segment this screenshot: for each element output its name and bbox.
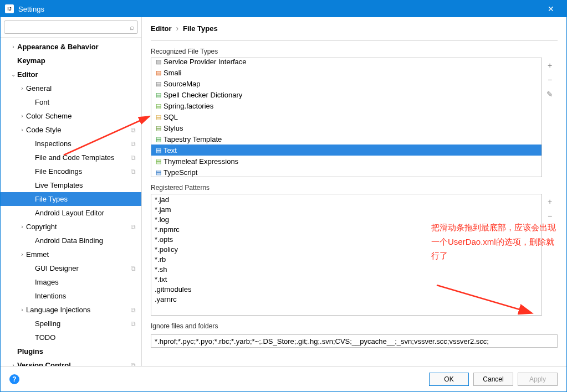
sidebar-item-keymap[interactable]: Keymap bbox=[1, 54, 141, 68]
tree-label: File Encodings bbox=[35, 167, 131, 176]
patterns-buttons: + − bbox=[542, 194, 558, 316]
chevron-icon: › bbox=[18, 251, 26, 257]
sidebar-item-todo[interactable]: TODO bbox=[1, 331, 141, 344]
help-button[interactable]: ? bbox=[9, 374, 19, 384]
ok-button[interactable]: OK bbox=[429, 373, 469, 386]
pattern-row[interactable]: *.opts bbox=[151, 234, 542, 244]
add-filetype-button[interactable]: + bbox=[544, 60, 555, 71]
sidebar-item-gui-designer[interactable]: GUI Designer⧉ bbox=[1, 261, 141, 275]
sidebar-item-font[interactable]: Font bbox=[1, 95, 141, 109]
sidebar-item-android-data-binding[interactable]: Android Data Binding bbox=[1, 234, 141, 247]
filetype-icon: ▤ bbox=[154, 102, 164, 110]
apply-button[interactable]: Apply bbox=[518, 373, 558, 386]
pattern-row[interactable]: *.rb bbox=[151, 254, 542, 264]
sidebar-item-color-scheme[interactable]: ›Color Scheme bbox=[1, 109, 141, 123]
tree-label: Language Injections bbox=[26, 306, 131, 314]
add-pattern-button[interactable]: + bbox=[544, 196, 555, 207]
tree-label: Font bbox=[35, 98, 141, 106]
recognized-label: Recognized File Types bbox=[151, 48, 558, 55]
tree-label: File and Code Templates bbox=[35, 153, 131, 162]
sidebar-item-file-encodings[interactable]: File Encodings⧉ bbox=[1, 164, 141, 178]
filetype-name: SourceMap bbox=[164, 80, 200, 88]
sidebar-item-file-types[interactable]: File Types bbox=[1, 192, 141, 206]
filetype-name: Spell Checker Dictionary bbox=[164, 91, 242, 99]
filetype-name: TypeScript bbox=[164, 168, 197, 177]
breadcrumb-sep-icon: › bbox=[176, 24, 178, 33]
chevron-icon: › bbox=[18, 113, 26, 119]
chevron-icon: › bbox=[18, 224, 26, 230]
tree-label: Android Layout Editor bbox=[35, 209, 141, 217]
scheme-icon: ⧉ bbox=[131, 362, 136, 367]
sidebar-item-version-control[interactable]: ›Version Control⧉ bbox=[1, 358, 141, 366]
filetype-icon: ▤ bbox=[154, 114, 164, 121]
pattern-row[interactable]: *.txt bbox=[151, 274, 542, 284]
filetype-row-sql[interactable]: ▤SQL bbox=[151, 111, 542, 122]
ignore-input[interactable] bbox=[151, 334, 558, 348]
scheme-icon: ⧉ bbox=[131, 320, 136, 328]
tree-label: Copyright bbox=[26, 223, 131, 231]
pattern-row[interactable]: *.sh bbox=[151, 264, 542, 274]
chevron-icon: › bbox=[18, 85, 26, 91]
scheme-icon: ⧉ bbox=[131, 126, 136, 134]
tree-label: Plugins bbox=[17, 347, 141, 355]
filetype-row-thymeleaf-expressions[interactable]: ▤Thymeleaf Expressions bbox=[151, 156, 542, 167]
search-input[interactable] bbox=[7, 21, 126, 33]
sidebar-item-file-and-code-templates[interactable]: File and Code Templates⧉ bbox=[1, 151, 141, 164]
sidebar-item-general[interactable]: ›General bbox=[1, 81, 141, 95]
sidebar-item-emmet[interactable]: ›Emmet bbox=[1, 247, 141, 261]
close-button[interactable]: ✕ bbox=[540, 1, 562, 17]
pattern-row[interactable]: *.policy bbox=[151, 244, 542, 254]
filetype-row-spell-checker-dictionary[interactable]: ▤Spell Checker Dictionary bbox=[151, 89, 542, 100]
chevron-icon: › bbox=[9, 44, 17, 50]
pattern-row[interactable]: *.jad bbox=[151, 194, 542, 204]
sidebar-item-intentions[interactable]: Intentions bbox=[1, 289, 141, 303]
filetype-row-sourcemap[interactable]: ▤SourceMap bbox=[151, 78, 542, 89]
filetype-row-spring-factories[interactable]: ▤Spring.factories bbox=[151, 100, 542, 111]
sidebar-item-inspections[interactable]: Inspections⧉ bbox=[1, 137, 141, 151]
sidebar-item-language-injections[interactable]: ›Language Injections⧉ bbox=[1, 303, 141, 317]
tree-label: Spelling bbox=[35, 319, 131, 328]
recognized-list[interactable]: ▤Service Provider Interface▤Smali▤Source… bbox=[151, 58, 542, 177]
remove-filetype-button[interactable]: − bbox=[544, 74, 555, 85]
sidebar-item-live-templates[interactable]: Live Templates bbox=[1, 178, 141, 192]
sidebar-item-code-style[interactable]: ›Code Style⧉ bbox=[1, 123, 141, 137]
window-title: Settings bbox=[18, 5, 540, 13]
tree-label: File Types bbox=[35, 195, 141, 203]
filetype-icon: ▤ bbox=[154, 169, 164, 176]
filetype-row-service-provider-interface[interactable]: ▤Service Provider Interface bbox=[151, 58, 542, 67]
filetype-name: Tapestry Template bbox=[164, 135, 222, 143]
settings-window: IJ Settings ✕ ›Appearance & BehaviorKeym… bbox=[0, 0, 567, 392]
filetype-icon: ▤ bbox=[154, 147, 164, 154]
filetype-row-stylus[interactable]: ▤Stylus bbox=[151, 122, 542, 133]
scheme-icon: ⧉ bbox=[131, 154, 136, 162]
pattern-row[interactable]: .gitmodules bbox=[151, 284, 542, 294]
sidebar-item-plugins[interactable]: Plugins bbox=[1, 344, 141, 358]
tree-label: Version Control bbox=[17, 361, 131, 366]
sidebar-item-android-layout-editor[interactable]: Android Layout Editor bbox=[1, 206, 141, 220]
sidebar-item-appearance-behavior[interactable]: ›Appearance & Behavior bbox=[1, 40, 141, 54]
filetype-name: Spring.factories bbox=[164, 102, 213, 110]
remove-pattern-button[interactable]: − bbox=[544, 210, 555, 221]
pattern-row[interactable]: .yarnrc bbox=[151, 294, 542, 304]
cancel-button[interactable]: Cancel bbox=[473, 373, 513, 386]
pattern-row[interactable]: *.jam bbox=[151, 204, 542, 214]
pattern-row[interactable]: *.npmrc bbox=[151, 224, 542, 234]
footer: ? OK Cancel Apply bbox=[1, 366, 566, 391]
sidebar-item-copyright[interactable]: ›Copyright⧉ bbox=[1, 220, 141, 234]
pattern-row[interactable]: *.log bbox=[151, 214, 542, 224]
sidebar-item-editor[interactable]: ⌄Editor bbox=[1, 68, 141, 81]
titlebar: IJ Settings ✕ bbox=[1, 1, 566, 17]
chevron-icon: ⌄ bbox=[9, 71, 17, 78]
tree-label: GUI Designer bbox=[35, 264, 131, 272]
sidebar-item-spelling[interactable]: Spelling⧉ bbox=[1, 317, 141, 331]
filetype-row-tapestry-template[interactable]: ▤Tapestry Template bbox=[151, 133, 542, 145]
tree-label: General bbox=[26, 84, 141, 92]
edit-filetype-button[interactable]: ✎ bbox=[544, 89, 555, 100]
settings-tree[interactable]: ›Appearance & BehaviorKeymap⌄Editor›Gene… bbox=[1, 38, 141, 366]
filetype-name: Thymeleaf Expressions bbox=[164, 157, 238, 166]
patterns-list[interactable]: *.jad*.jam*.log*.npmrc*.opts*.policy*.rb… bbox=[151, 194, 542, 316]
filetype-row-text[interactable]: ▤Text bbox=[151, 145, 542, 156]
sidebar-item-images[interactable]: Images bbox=[1, 275, 141, 289]
filetype-row-smali[interactable]: ▤Smali bbox=[151, 67, 542, 78]
filetype-row-typescript[interactable]: ▤TypeScript bbox=[151, 167, 542, 177]
